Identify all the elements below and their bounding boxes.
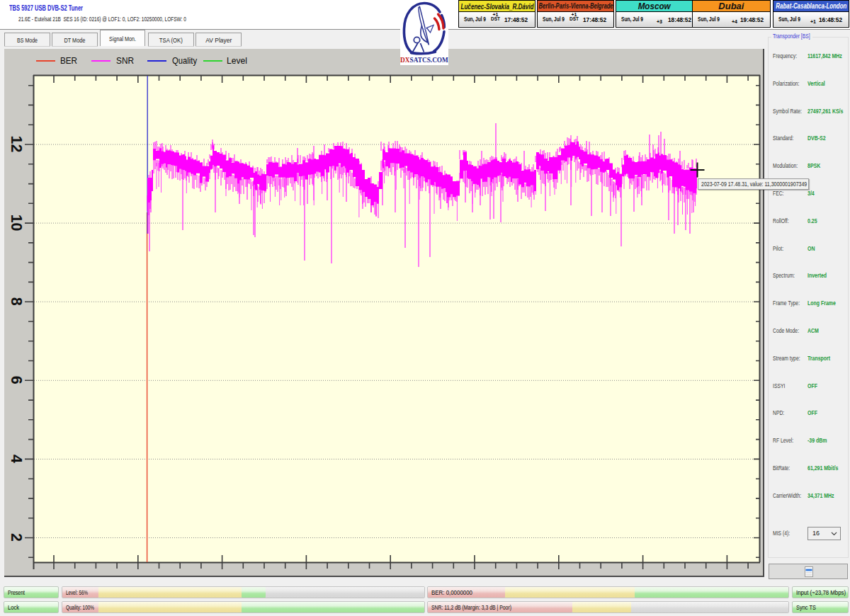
svg-text:DXSATCS.COM: DXSATCS.COM (400, 57, 448, 64)
